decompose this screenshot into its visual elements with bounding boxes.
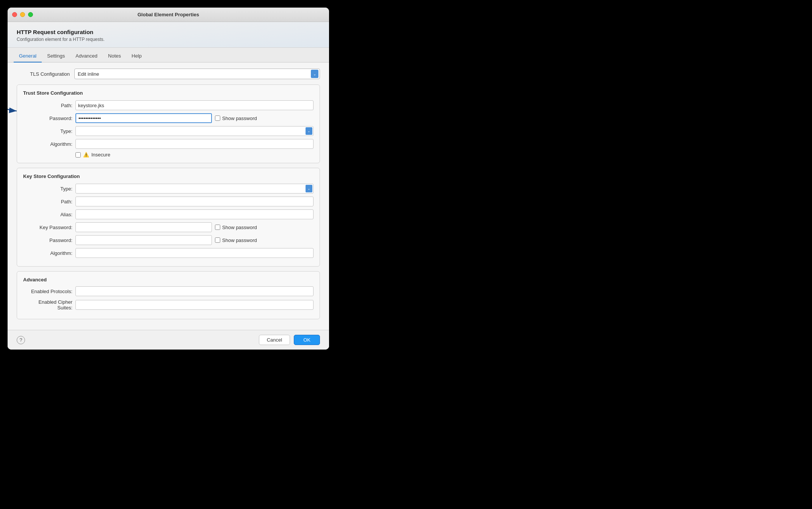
key-store-password-input[interactable] — [75, 235, 212, 245]
tls-row: TLS Configuration Edit inline Global Ref… — [17, 69, 320, 79]
key-store-algorithm-input[interactable] — [75, 248, 314, 258]
trust-store-password-input[interactable] — [75, 113, 212, 123]
tls-label: TLS Configuration — [17, 71, 70, 77]
tab-notes[interactable]: Notes — [103, 51, 126, 62]
trust-store-path-row: Path: — [23, 100, 314, 110]
trust-store-type-row: Type: JKS PKCS12 ⌄ — [23, 126, 314, 136]
trust-store-password-row: Password: Show password — [23, 113, 314, 123]
insecure-label: Insecure — [91, 152, 110, 158]
key-store-alias-label: Alias: — [23, 212, 72, 217]
tls-select-wrapper: Edit inline Global Reference ⌄ — [74, 69, 320, 79]
enabled-cipher-input[interactable] — [75, 300, 314, 310]
header-subtitle: Configuration element for a HTTP request… — [17, 37, 320, 42]
titlebar: Global Element Properties — [8, 8, 329, 22]
trust-store-algorithm-input[interactable] — [75, 139, 314, 149]
key-store-type-select-wrapper: JKS PKCS12 ⌄ — [75, 184, 314, 194]
key-store-show-password-checkbox[interactable] — [215, 237, 220, 243]
close-button[interactable] — [12, 12, 17, 17]
key-store-type-label: Type: — [23, 186, 72, 192]
key-store-show-key-password-wrapper: Show password — [215, 225, 257, 230]
trust-store-show-password-checkbox[interactable] — [215, 116, 220, 121]
enabled-protocols-row: Enabled Protocols: — [23, 286, 314, 296]
key-store-show-key-password-label: Show password — [222, 225, 257, 230]
trust-store-path-label: Path: — [23, 103, 72, 108]
maximize-button[interactable] — [28, 12, 33, 17]
tab-help[interactable]: Help — [126, 51, 147, 62]
key-store-password-row: Password: Show password — [23, 235, 314, 245]
key-store-section: Key Store Configuration Type: JKS PKCS12… — [17, 168, 320, 267]
trust-store-password-label: Password: — [23, 116, 72, 121]
key-store-path-label: Path: — [23, 199, 72, 205]
trust-store-type-select-wrapper: JKS PKCS12 ⌄ — [75, 126, 314, 136]
ok-button[interactable]: OK — [294, 335, 320, 345]
header-section: HTTP Request configuration Configuration… — [8, 22, 329, 48]
trust-store-type-label: Type: — [23, 128, 72, 134]
cancel-button[interactable]: Cancel — [259, 335, 290, 345]
key-store-path-row: Path: — [23, 197, 314, 206]
enabled-protocols-label: Enabled Protocols: — [23, 289, 72, 294]
key-store-key-password-input[interactable] — [75, 222, 212, 232]
tls-select[interactable]: Edit inline Global Reference — [74, 69, 320, 79]
key-store-show-password-label: Show password — [222, 237, 257, 243]
header-title: HTTP Request configuration — [17, 29, 320, 35]
key-store-algorithm-label: Algorithm: — [23, 250, 72, 256]
trust-store-type-select[interactable]: JKS PKCS12 — [75, 126, 314, 136]
key-store-path-input[interactable] — [75, 197, 314, 206]
warning-icon: ⚠️ — [83, 152, 89, 158]
tabs-bar: General Settings Advanced Notes Help — [8, 48, 329, 62]
key-store-title: Key Store Configuration — [23, 173, 314, 179]
content-area: TLS Configuration Edit inline Global Ref… — [8, 62, 329, 330]
window-body: HTTP Request configuration Configuration… — [8, 22, 329, 350]
key-store-algorithm-row: Algorithm: — [23, 248, 314, 258]
minimize-button[interactable] — [20, 12, 25, 17]
advanced-section-title: Advanced — [23, 277, 314, 283]
key-store-key-password-wrapper: Show password — [75, 222, 314, 232]
trust-store-show-password-label: Show password — [222, 116, 257, 121]
key-store-key-password-label: Key Password: — [23, 225, 72, 230]
advanced-section: Advanced Enabled Protocols: Enabled Ciph… — [17, 271, 320, 319]
trust-store-path-input[interactable] — [75, 100, 314, 110]
trust-store-title: Trust Store Configuration — [23, 90, 314, 96]
window-title: Global Element Properties — [138, 12, 199, 17]
trust-store-show-password-wrapper: Show password — [215, 116, 257, 121]
enabled-cipher-row: Enabled Cipher Suites: — [23, 299, 314, 311]
key-store-key-password-row: Key Password: Show password — [23, 222, 314, 232]
key-store-password-wrapper: Show password — [75, 235, 314, 245]
tab-general[interactable]: General — [14, 51, 42, 62]
trust-store-section-wrapper: Trust Store Configuration Path: Password… — [17, 84, 320, 163]
key-store-type-select[interactable]: JKS PKCS12 — [75, 184, 314, 194]
enabled-protocols-input[interactable] — [75, 286, 314, 296]
key-store-type-row: Type: JKS PKCS12 ⌄ — [23, 184, 314, 194]
key-store-show-password-wrapper: Show password — [215, 237, 257, 243]
insecure-row: ⚠️ Insecure — [75, 152, 314, 158]
tab-settings[interactable]: Settings — [42, 51, 70, 62]
window-controls — [12, 12, 33, 17]
footer: ? Cancel OK — [8, 330, 329, 350]
trust-store-password-wrapper: Show password — [75, 113, 314, 123]
key-store-alias-row: Alias: — [23, 209, 314, 219]
enabled-cipher-label: Enabled Cipher Suites: — [23, 299, 72, 311]
trust-store-algorithm-label: Algorithm: — [23, 141, 72, 147]
help-icon[interactable]: ? — [17, 336, 25, 344]
trust-store-algorithm-row: Algorithm: — [23, 139, 314, 149]
trust-store-section: Trust Store Configuration Path: Password… — [17, 84, 320, 163]
main-window: Global Element Properties HTTP Request c… — [8, 8, 329, 350]
key-store-show-key-password-checkbox[interactable] — [215, 225, 220, 230]
key-store-alias-input[interactable] — [75, 209, 314, 219]
tab-advanced[interactable]: Advanced — [70, 51, 103, 62]
key-store-password-label: Password: — [23, 237, 72, 243]
insecure-checkbox[interactable] — [75, 152, 81, 158]
